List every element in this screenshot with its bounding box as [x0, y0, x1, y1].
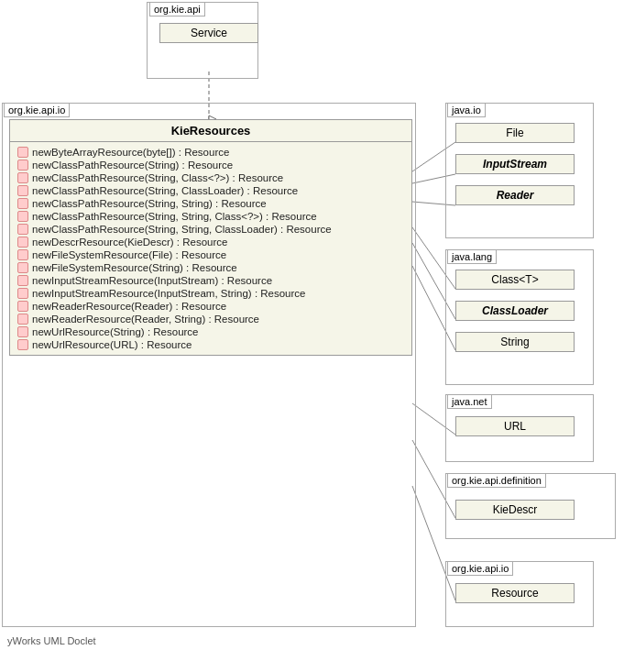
method-item: newFileSystemResource(String) : Resource [17, 261, 404, 274]
method-visibility-icon [17, 172, 28, 183]
method-label: newClassPathResource(String) : Resource [32, 160, 233, 171]
method-visibility-icon [17, 185, 28, 196]
pkg-label-org-kie-api-io-main: org.kie.api.io [4, 103, 70, 117]
method-item: newDescrResource(KieDescr) : Resource [17, 236, 404, 248]
method-visibility-icon [17, 198, 28, 209]
method-item: newReaderResource(Reader, String) : Reso… [17, 313, 404, 325]
pkg-label-java-net: java.net [447, 394, 492, 409]
inputstream-class: InputStream [455, 154, 575, 174]
kie-resources-methods: newByteArrayResource(byte[]) : Resourcen… [10, 142, 411, 355]
method-visibility-icon [17, 160, 28, 171]
method-label: newReaderResource(Reader) : Resource [32, 301, 226, 312]
method-item: newClassPathResource(String, String, Cla… [17, 223, 404, 236]
kiedescr-class: KieDescr [455, 500, 575, 520]
method-label: newClassPathResource(String, Class<?>) :… [32, 172, 283, 183]
method-visibility-icon [17, 326, 28, 337]
method-visibility-icon [17, 224, 28, 235]
footer-label: yWorks UML Doclet [7, 635, 96, 646]
method-item: newUrlResource(String) : Resource [17, 325, 404, 338]
method-item: newClassPathResource(String, ClassLoader… [17, 184, 404, 197]
service-class: Service [159, 23, 258, 43]
kie-resources-box: KieResources newByteArrayResource(byte[]… [9, 119, 412, 356]
string-class: String [455, 332, 575, 352]
pkg-label-java-lang: java.lang [447, 249, 497, 264]
method-item: newClassPathResource(String, String, Cla… [17, 210, 404, 223]
method-visibility-icon [17, 275, 28, 286]
method-visibility-icon [17, 147, 28, 158]
method-label: newInputStreamResource(InputStream) : Re… [32, 275, 272, 286]
method-label: newClassPathResource(String, String, Cla… [32, 224, 332, 235]
method-label: newInputStreamResource(InputStream, Stri… [32, 288, 306, 299]
pkg-label-org-kie-api: org.kie.api [149, 2, 205, 17]
method-label: newDescrResource(KieDescr) : Resource [32, 237, 227, 248]
pkg-label-java-io: java.io [447, 103, 486, 117]
method-visibility-icon [17, 288, 28, 299]
reader-class: Reader [455, 185, 575, 205]
method-visibility-icon [17, 237, 28, 248]
method-item: newClassPathResource(String) : Resource [17, 159, 404, 171]
method-label: newFileSystemResource(File) : Resource [32, 249, 226, 260]
method-visibility-icon [17, 314, 28, 325]
method-visibility-icon [17, 262, 28, 273]
method-label: newReaderResource(Reader, String) : Reso… [32, 314, 259, 325]
resource-class: Resource [455, 583, 575, 603]
method-visibility-icon [17, 339, 28, 350]
method-item: newInputStreamResource(InputStream) : Re… [17, 274, 404, 287]
method-visibility-icon [17, 249, 28, 260]
method-label: newUrlResource(String) : Resource [32, 326, 199, 337]
method-item: newFileSystemResource(File) : Resource [17, 248, 404, 261]
method-item: newReaderResource(Reader) : Resource [17, 300, 404, 313]
method-label: newByteArrayResource(byte[]) : Resource [32, 147, 229, 158]
pkg-label-org-kie-api-definition: org.kie.api.definition [447, 473, 546, 488]
method-label: newClassPathResource(String, String, Cla… [32, 211, 317, 222]
method-item: newClassPathResource(String, String) : R… [17, 197, 404, 210]
pkg-label-org-kie-api-io-right: org.kie.api.io [447, 561, 513, 576]
method-label: newFileSystemResource(String) : Resource [32, 262, 237, 273]
method-label: newClassPathResource(String, ClassLoader… [32, 185, 298, 196]
kie-resources-header: KieResources [10, 120, 411, 142]
method-item: newClassPathResource(String, Class<?>) :… [17, 171, 404, 184]
classt-class: Class<T> [455, 270, 575, 290]
method-label: newClassPathResource(String, String) : R… [32, 198, 267, 209]
file-class: File [455, 123, 575, 143]
method-item: newByteArrayResource(byte[]) : Resource [17, 146, 404, 159]
method-item: newInputStreamResource(InputStream, Stri… [17, 287, 404, 300]
method-visibility-icon [17, 301, 28, 312]
method-visibility-icon [17, 211, 28, 222]
method-item: newUrlResource(URL) : Resource [17, 338, 404, 351]
method-label: newUrlResource(URL) : Resource [32, 339, 192, 350]
url-class: URL [455, 416, 575, 436]
classloader-class: ClassLoader [455, 301, 575, 321]
